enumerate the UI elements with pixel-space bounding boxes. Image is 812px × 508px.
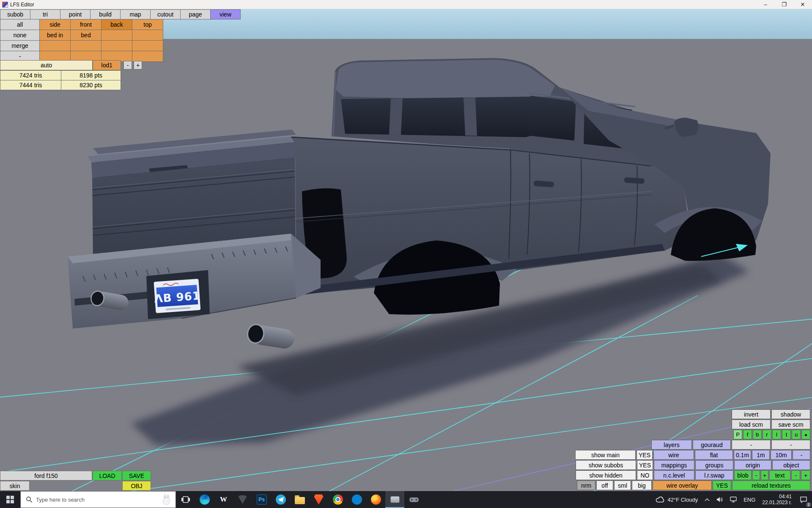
text-plus-button[interactable]: + <box>801 470 810 480</box>
grid-cell-side[interactable]: side <box>40 19 70 30</box>
menu-subob[interactable]: subob <box>0 9 30 19</box>
lod-plus-button[interactable]: + <box>134 61 142 69</box>
menu-build[interactable]: build <box>90 9 121 19</box>
object-button[interactable]: object <box>772 460 810 470</box>
channel-u-button[interactable]: u <box>792 430 801 439</box>
channel-dot-button[interactable]: ● <box>801 430 810 439</box>
grid-cell-all[interactable]: all <box>0 19 39 30</box>
skype-icon[interactable] <box>347 491 366 508</box>
channel-t-button[interactable]: t <box>782 430 791 439</box>
lod1-button[interactable]: lod1 <box>93 60 121 70</box>
minimize-button[interactable]: – <box>756 0 775 9</box>
maximize-button[interactable]: ❐ <box>775 0 793 9</box>
save-scm-button[interactable]: save scm <box>771 420 810 429</box>
viewport-3d[interactable]: ΛB 961 <box>0 0 812 491</box>
blob-button[interactable]: blob <box>734 470 752 480</box>
game-controller-icon[interactable] <box>404 491 423 508</box>
nrm-sml-button[interactable]: sml <box>614 480 631 490</box>
grid-cell-bed[interactable]: bed <box>71 30 101 40</box>
shadow-button[interactable]: shadow <box>771 409 810 419</box>
grid-cell-bed-in[interactable]: bed in <box>40 30 70 40</box>
wire-overlay-button[interactable]: wire overlay <box>653 480 712 490</box>
menu-map[interactable]: map <box>120 9 151 19</box>
close-button[interactable]: ✕ <box>793 0 812 9</box>
volume-control[interactable] <box>713 491 727 508</box>
clock[interactable]: 04:41 22.01.2023 г. <box>759 494 795 505</box>
telegram-icon[interactable] <box>271 491 290 508</box>
search-companion-icon[interactable] <box>161 494 172 505</box>
menu-point[interactable]: point <box>60 9 91 19</box>
show-subobs-toggle[interactable]: YES <box>637 460 653 470</box>
grid-cell-merge[interactable]: merge <box>0 41 39 51</box>
tray-expand-chevron[interactable] <box>701 491 713 508</box>
search-input[interactable] <box>36 497 158 503</box>
network-status[interactable] <box>727 491 740 508</box>
obj-button[interactable]: OBJ <box>122 481 151 491</box>
menu-page[interactable]: page <box>180 9 211 19</box>
language-indicator[interactable]: ENG <box>740 491 759 508</box>
save-button[interactable]: SAVE <box>122 471 151 480</box>
groups-button[interactable]: groups <box>695 460 733 470</box>
edge-browser-icon[interactable] <box>195 491 214 508</box>
brave-browser-icon[interactable] <box>309 491 328 508</box>
channel-p-button[interactable]: P <box>733 430 742 439</box>
task-view-icon[interactable] <box>176 491 195 508</box>
channel-f-button[interactable]: f <box>743 430 752 439</box>
text-button[interactable]: text <box>769 470 790 480</box>
dash-right-button[interactable]: - <box>771 440 810 450</box>
blob-minus-button[interactable]: - <box>752 470 760 480</box>
chrome-browser-icon[interactable] <box>328 491 347 508</box>
grid-cell-front[interactable]: front <box>71 19 101 30</box>
grid-dash-button[interactable]: - <box>793 450 810 460</box>
show-hidden-toggle[interactable]: NO <box>637 470 653 480</box>
wire-button[interactable]: wire <box>653 450 694 460</box>
nrm-off-button[interactable]: off <box>596 480 613 490</box>
reload-textures-button[interactable]: reload textures <box>732 480 810 490</box>
weather-widget[interactable]: 42°F Cloudy <box>652 491 702 508</box>
blob-plus-button[interactable]: + <box>761 470 768 480</box>
mappings-button[interactable]: mappings <box>654 460 694 470</box>
show-main-label[interactable]: show main <box>575 450 636 460</box>
menu-cutout[interactable]: cutout <box>150 9 181 19</box>
lod-minus-button[interactable]: - <box>123 61 132 69</box>
grid-cell-back[interactable]: back <box>102 19 132 30</box>
load-button[interactable]: LOAD <box>93 471 122 480</box>
load-scm-button[interactable]: load scm <box>732 420 771 429</box>
grid-0-1m-button[interactable]: 0.1m <box>734 450 751 460</box>
start-button[interactable] <box>0 491 20 508</box>
invert-button[interactable]: invert <box>732 409 771 419</box>
lfs-editor-taskbar-icon[interactable] <box>385 491 404 508</box>
dash-left-button[interactable]: - <box>732 440 771 450</box>
nc-level-button[interactable]: n.c.level <box>654 470 694 480</box>
layers-button[interactable]: layers <box>651 440 692 450</box>
taskbar-search[interactable] <box>20 491 176 508</box>
photoshop-icon[interactable]: Ps <box>252 491 271 508</box>
wikipedia-icon[interactable]: W <box>214 491 233 508</box>
auto-button[interactable]: auto <box>0 60 93 70</box>
gouraud-button[interactable]: gouraud <box>693 440 731 450</box>
channel-r-button[interactable]: r <box>763 430 771 439</box>
skin-button[interactable]: skin <box>0 481 30 491</box>
nrm-button[interactable]: nrm <box>577 480 595 490</box>
grid-cell-none[interactable]: none <box>0 30 39 40</box>
flat-button[interactable]: flat <box>695 450 733 460</box>
channel-b-button[interactable]: b <box>753 430 762 439</box>
lr-swap-button[interactable]: l.r.swap <box>695 470 733 480</box>
action-center-button[interactable]: 2 <box>795 491 812 508</box>
menu-view[interactable]: view <box>210 9 241 19</box>
show-main-toggle[interactable]: YES <box>636 450 653 460</box>
grid-1m-button[interactable]: 1m <box>752 450 770 460</box>
file-explorer-icon[interactable] <box>290 491 309 508</box>
grid-10m-button[interactable]: 10m <box>771 450 792 460</box>
channel-l-button[interactable]: l <box>772 430 781 439</box>
shield-app-icon[interactable] <box>233 491 252 508</box>
menu-tri[interactable]: tri <box>30 9 60 19</box>
nrm-big-button[interactable]: big <box>632 480 652 490</box>
media-app-icon[interactable] <box>366 491 385 508</box>
show-hidden-label[interactable]: show hidden <box>576 470 636 480</box>
show-subobs-label[interactable]: show subobs <box>576 460 636 470</box>
text-minus-button[interactable]: - <box>791 470 800 480</box>
wire-overlay-toggle[interactable]: YES <box>713 480 731 490</box>
origin-button[interactable]: origin <box>734 460 771 470</box>
grid-cell-top[interactable]: top <box>132 19 163 30</box>
